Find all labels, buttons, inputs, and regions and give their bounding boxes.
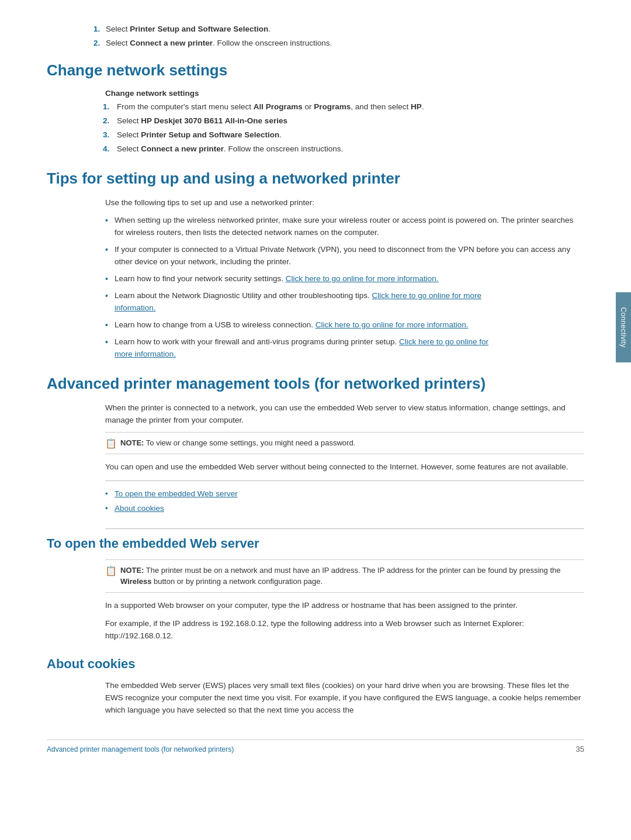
open-web-server-link[interactable]: To open the embedded Web server (115, 489, 238, 498)
advanced-title: Advanced printer management tools (for n… (47, 375, 584, 393)
divider-2 (105, 528, 584, 529)
about-cookies-link[interactable]: About cookies (115, 504, 164, 513)
tips-bullet-3: Learn how to find your network security … (105, 273, 584, 285)
note-box-2: 📋 NOTE: The printer must be on a network… (105, 559, 584, 593)
step2-bold: HP Deskjet 3070 B611 All-in-One series (141, 116, 287, 125)
advanced-body1: When the printer is connected to a netwo… (105, 402, 584, 427)
page-footer: Advanced printer management tools (for n… (47, 739, 584, 753)
open-web-server-body2: For example, if the IP address is 192.16… (105, 618, 584, 642)
change-network-title: Change network settings (47, 61, 584, 79)
about-cookies-section: About cookies The embedded Web server (E… (47, 656, 584, 717)
divider-1 (105, 481, 584, 481)
open-web-server-section: To open the embedded Web server 📋 NOTE: … (47, 528, 584, 642)
advanced-links: To open the embedded Web server About co… (105, 488, 584, 514)
change-network-subheader: Change network settings (105, 89, 584, 98)
tips-bullets: When setting up the wireless networked p… (105, 215, 584, 360)
intro-step-4: Select Connect a new printer. Follow the… (93, 37, 584, 49)
note-icon-2: 📋 (105, 565, 117, 576)
open-web-server-body1: In a supported Web browser on your compu… (105, 600, 584, 612)
tips-bullet4-link[interactable]: Click here to go online for moreinformat… (115, 291, 481, 312)
tips-bullet-1: When setting up the wireless networked p… (105, 215, 584, 239)
note-text-2: NOTE: The printer must be on a network a… (120, 565, 584, 587)
intro-steps: Select Printer Setup and Software Select… (93, 23, 584, 50)
intro-step4-bold: Connect a new printer (130, 39, 213, 47)
footer-link[interactable]: Advanced printer management tools (for n… (47, 745, 234, 753)
intro-step3-bold: Printer Setup and Software Selection (130, 25, 268, 33)
note-text-1: NOTE: To view or change some settings, y… (120, 437, 355, 449)
tips-bullet-2: If your computer is connected to a Virtu… (105, 244, 584, 268)
side-tab: Connectivity (616, 292, 631, 362)
tips-bullet-4: Learn about the Network Diagnostic Utili… (105, 290, 584, 314)
tips-title: Tips for setting up and using a networke… (47, 170, 584, 188)
intro-step-3: Select Printer Setup and Software Select… (93, 23, 584, 35)
tips-bullet5-link[interactable]: Click here to go online for more informa… (316, 320, 469, 329)
note-icon: 📋 (105, 438, 117, 449)
about-cookies-title: About cookies (47, 656, 584, 672)
change-network-step4: Select Connect a new printer. Follow the… (117, 143, 584, 155)
tips-intro: Use the following tips to set up and use… (105, 197, 584, 209)
tips-bullet-5: Learn how to change from a USB to wirele… (105, 319, 584, 331)
tips-bullet3-link[interactable]: Click here to go online for more informa… (286, 274, 439, 283)
change-network-step2: Select HP Deskjet 3070 B611 All-in-One s… (117, 115, 584, 127)
page-number: 35 (576, 745, 584, 753)
tips-bullet-6: Learn how to work with your firewall and… (105, 336, 584, 361)
link-about-cookies: About cookies (105, 503, 584, 514)
change-network-step1: From the computer's start menu select Al… (117, 101, 584, 113)
change-network-step3: Select Printer Setup and Software Select… (117, 129, 584, 141)
tips-section: Tips for setting up and using a networke… (47, 170, 584, 361)
advanced-section: Advanced printer management tools (for n… (47, 375, 584, 514)
change-network-section: Change network settings Change network s… (47, 61, 584, 155)
open-web-server-title: To open the embedded Web server (47, 536, 584, 551)
note-box-1: 📋 NOTE: To view or change some settings,… (105, 432, 584, 454)
change-network-steps: From the computer's start menu select Al… (117, 101, 584, 155)
link-open-web-server: To open the embedded Web server (105, 488, 584, 500)
tips-bullet6-link[interactable]: Click here to go online formore informat… (115, 337, 488, 358)
about-cookies-body: The embedded Web server (EWS) places ver… (105, 680, 584, 717)
advanced-body2: You can open and use the embedded Web se… (105, 461, 584, 473)
